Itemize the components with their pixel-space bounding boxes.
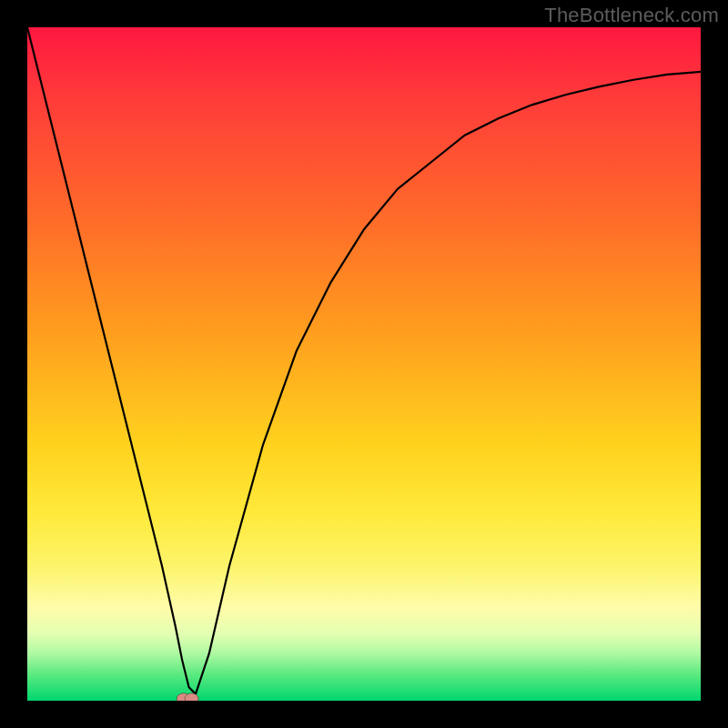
- source-label: TheBottleneck.com: [544, 4, 719, 27]
- dot-b: [185, 693, 198, 701]
- chart-container: TheBottleneck.com: [0, 0, 728, 728]
- chart-svg: [27, 27, 701, 701]
- bottleneck-curve: [27, 27, 701, 694]
- markers-group: [177, 693, 198, 701]
- plot-area: [27, 27, 701, 701]
